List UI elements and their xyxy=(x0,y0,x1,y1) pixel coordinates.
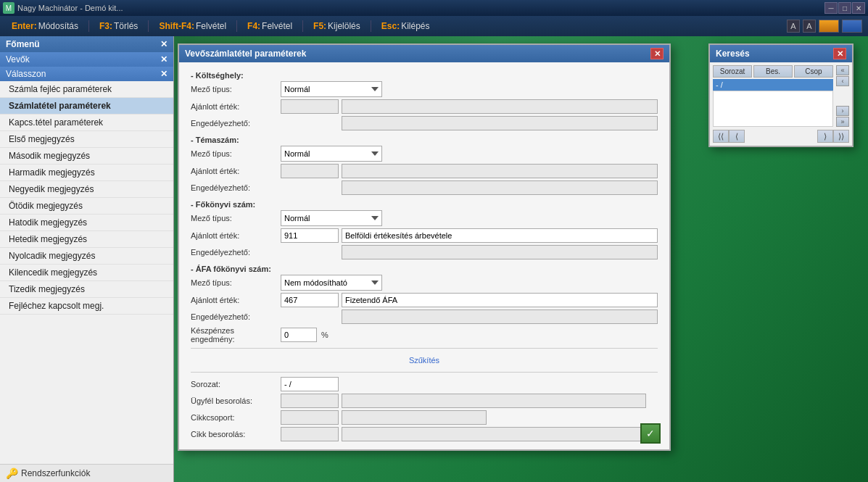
row-ajanlott-1: Ajánlott érték: xyxy=(191,99,658,114)
sidebar-subsection-close-button[interactable]: ✕ xyxy=(160,69,168,79)
main-dialog: Vevőszámlatétel paraméterek ✕ - Költségh… xyxy=(178,43,671,451)
window-title: Nagy Machinátor - Demó kit... xyxy=(17,4,123,12)
cikk-label: Cikk besorolás: xyxy=(191,430,278,439)
ajanlott-input-2a[interactable] xyxy=(281,164,339,178)
minimize-button[interactable]: ─ xyxy=(824,2,838,14)
ajanlott-input-2b[interactable] xyxy=(342,164,658,178)
ajanlott-input-4a[interactable] xyxy=(281,293,339,307)
title-bar: M Nagy Machinátor - Demó kit... ─ □ ✕ xyxy=(0,0,868,16)
ajanlott-input-1a[interactable] xyxy=(281,99,339,114)
close-window-button[interactable]: ✕ xyxy=(852,2,865,14)
row-ugyfel: Ügyfél besorolás: xyxy=(191,394,658,408)
sidebar-item-tizedik[interactable]: Tizedik megjegyzés xyxy=(0,281,173,298)
enter-modify-button[interactable]: Enter: Módosítás xyxy=(6,19,84,33)
cikkcsoport-input-a[interactable] xyxy=(281,410,339,425)
row-cikkcsoport: Cikkcsoport: xyxy=(191,410,658,425)
f4-add-button[interactable]: F4: Felvétel xyxy=(241,19,298,33)
sidebar-close-button[interactable]: ✕ xyxy=(160,39,168,49)
search-panel-header: Keresés ✕ xyxy=(710,45,852,62)
cikk-input-a[interactable] xyxy=(281,427,339,441)
mezo-tipus-label-2: Mező típus: xyxy=(191,149,278,158)
f4-key-label: F4: xyxy=(247,21,260,31)
sorozat-input[interactable] xyxy=(281,377,339,391)
ajanlott-input-3a[interactable] xyxy=(281,228,339,243)
sidebar-item-hatodik[interactable]: Hatodik megjegyzés xyxy=(0,215,173,231)
row-mezo-tipus-3: Mező típus: Normál xyxy=(191,210,658,226)
maximize-button[interactable]: □ xyxy=(838,2,851,14)
toolbar-separator-2 xyxy=(148,20,149,32)
nav-next-button[interactable]: ⟩ xyxy=(817,130,833,143)
add-label-1: Felvétel xyxy=(196,21,226,31)
search-col-sorozat[interactable]: Sorozat xyxy=(713,65,752,78)
font-size-large-button[interactable]: A xyxy=(803,20,816,33)
sidebar-item-szamlatel[interactable]: Számlatétel paraméterek xyxy=(0,98,173,115)
f3-delete-button[interactable]: F3: Törlés xyxy=(94,19,144,33)
esc-exit-button[interactable]: Esc: Kilépés xyxy=(376,19,436,33)
collapse-top-button[interactable]: « xyxy=(836,65,849,75)
sidebar-item-kilencedik[interactable]: Kilencedik megjegyzés xyxy=(0,265,173,281)
cikkcsoport-label: Cikkcsoport: xyxy=(191,413,278,422)
sidebar-section-header: Vevők ✕ xyxy=(0,52,173,67)
shiftf4-add-button[interactable]: Shift-F4: Felvétel xyxy=(153,19,232,33)
ugyfel-input-b[interactable] xyxy=(342,394,646,408)
expand-down-button[interactable]: › xyxy=(836,106,849,116)
sidebar-section-close-button[interactable]: ✕ xyxy=(160,54,168,65)
mezo-tipus-select-2[interactable]: Normál xyxy=(281,146,382,162)
ugyfel-input-a[interactable] xyxy=(281,394,339,408)
sidebar-item-negyedik[interactable]: Negyedik megjegyzés xyxy=(0,181,173,198)
engedelyezheto-label-2: Engedélyezhető: xyxy=(191,183,278,192)
sidebar-item-hetedik[interactable]: Hetedik megjegyzés xyxy=(0,231,173,248)
engedelyezheto-input-2[interactable] xyxy=(342,180,658,195)
engedelyezheto-input-1[interactable] xyxy=(342,116,658,130)
ajanlott-label-4: Ajánlott érték: xyxy=(191,296,278,304)
dialog-close-button[interactable]: ✕ xyxy=(650,48,664,59)
sidebar-item-otodik[interactable]: Ötödik megjegyzés xyxy=(0,198,173,215)
sidebar-item-masodik[interactable]: Második megjegyzés xyxy=(0,148,173,165)
expand-bottom-button[interactable]: » xyxy=(836,117,849,127)
ajanlott-input-3b[interactable] xyxy=(342,228,658,243)
szukites-link[interactable]: Szűkítés xyxy=(191,353,658,367)
search-result-row[interactable]: - / xyxy=(713,79,833,91)
row-engedelyezheto-4: Engedélyezhető: xyxy=(191,309,658,324)
engedelyezheto-input-3[interactable] xyxy=(342,245,658,259)
sidebar-header: Főmenü ✕ xyxy=(0,36,173,52)
f5-select-button[interactable]: F5: Kijelölés xyxy=(307,19,366,33)
sidebar-item-harmadik[interactable]: Harmadik megjegyzés xyxy=(0,165,173,181)
sidebar-item-szamla-fejlec[interactable]: Számla fejléc paraméterek xyxy=(0,81,173,98)
desktop: M Nagy Machinátor - Demó kit... ─ □ ✕ En… xyxy=(0,0,868,482)
mezo-tipus-select-4[interactable]: Nem módosítható xyxy=(281,275,382,291)
app-icon: M xyxy=(3,2,15,14)
sidebar-item-fejlec[interactable]: Fejléchez kapcsolt megj. xyxy=(0,298,173,315)
sidebar-item-label: Második megjegyzés xyxy=(9,151,90,161)
search-close-button[interactable]: ✕ xyxy=(833,48,846,59)
row-keszpenzes: Készpénzes engedmény: % xyxy=(191,326,658,344)
search-col-csop[interactable]: Csop xyxy=(794,65,833,78)
confirm-button[interactable]: ✓ xyxy=(640,423,661,444)
sidebar-item-elso[interactable]: Első megjegyzés xyxy=(0,131,173,148)
theme-blue-button[interactable] xyxy=(842,20,862,33)
engedelyezheto-input-4[interactable] xyxy=(342,309,658,324)
sidebar-item-kapcs[interactable]: Kapcs.tétel paraméterek xyxy=(0,115,173,131)
ugyfel-label: Ügyfél besorolás: xyxy=(191,396,278,405)
search-col-bes[interactable]: Bes. xyxy=(753,65,793,78)
f5-key-label: F5: xyxy=(313,21,326,31)
mezo-tipus-select-3[interactable]: Normál xyxy=(281,210,382,226)
mezo-tipus-select-1[interactable]: Normál xyxy=(281,81,382,97)
sidebar-item-nyolcadik[interactable]: Nyolcadik megjegyzés xyxy=(0,248,173,265)
keszpenzes-input[interactable] xyxy=(281,328,317,342)
cikkcsoport-input-b[interactable] xyxy=(342,410,487,425)
theme-gold-button[interactable] xyxy=(819,20,839,33)
collapse-up-button[interactable]: ‹ xyxy=(836,76,849,86)
f3-key-label: F3: xyxy=(99,21,112,31)
sidebar-item-label: Nyolcadik megjegyzés xyxy=(9,251,95,261)
ajanlott-input-4b[interactable] xyxy=(342,293,658,307)
cikk-input-b[interactable] xyxy=(342,427,646,441)
nav-last-button[interactable]: ⟩⟩ xyxy=(833,130,849,143)
sidebar-footer-rendszer[interactable]: 🔑 Rendszerfunkciók xyxy=(0,464,173,482)
key-icon: 🔑 xyxy=(6,468,18,479)
nav-prev-button[interactable]: ⟨ xyxy=(729,130,745,143)
font-size-small-button[interactable]: A xyxy=(787,20,800,33)
nav-first-button[interactable]: ⟨⟨ xyxy=(713,130,729,143)
ajanlott-input-1b[interactable] xyxy=(342,99,658,114)
row-mezo-tipus-4: Mező típus: Nem módosítható xyxy=(191,275,658,291)
